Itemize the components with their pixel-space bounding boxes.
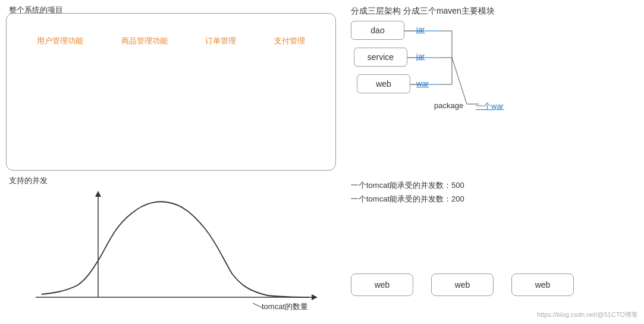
- one-war-label: 一个war: [476, 101, 504, 112]
- service-module-box: service: [354, 48, 407, 67]
- tomcat-line-1: 一个tomcat能承受的并发数：500: [351, 178, 642, 192]
- chart-title: 支持的并发: [9, 175, 48, 186]
- svg-line-10: [452, 58, 467, 104]
- web-module-box: web: [357, 74, 410, 93]
- arch-title: 分成三层架构 分成三个maven主要模块: [351, 6, 495, 17]
- svg-text:tomcat的数量: tomcat的数量: [262, 302, 308, 311]
- module-user: 用户管理功能: [37, 36, 83, 46]
- web-box-3: web: [511, 273, 574, 296]
- web-box-2: web: [431, 273, 494, 296]
- web-boxes-row: web web web: [351, 273, 574, 296]
- svg-marker-14: [95, 191, 101, 197]
- jar-label-service: jar: [416, 52, 425, 61]
- tomcat-info-section: 一个tomcat能承受的并发数：500 一个tomcat能承受的并发数：200: [351, 178, 642, 206]
- jar-label-dao: jar: [416, 25, 425, 34]
- web-box-1: web: [351, 273, 413, 296]
- package-label: package: [434, 101, 463, 110]
- module-labels-container: 用户管理功能 商品管理功能 订单管理 支付管理: [6, 36, 336, 46]
- concurrency-chart: tomcat的数量: [6, 187, 336, 318]
- svg-marker-15: [312, 294, 318, 300]
- watermark: https://blog.csdn.net/@51CTO博客: [537, 310, 638, 319]
- tomcat-line-2: 一个tomcat能承受的并发数：200: [351, 192, 642, 206]
- dao-module-box: dao: [351, 21, 404, 40]
- module-payment: 支付管理: [274, 36, 305, 46]
- module-product: 商品管理功能: [121, 36, 168, 46]
- war-label-web: war: [416, 79, 429, 88]
- module-order: 订单管理: [205, 36, 236, 46]
